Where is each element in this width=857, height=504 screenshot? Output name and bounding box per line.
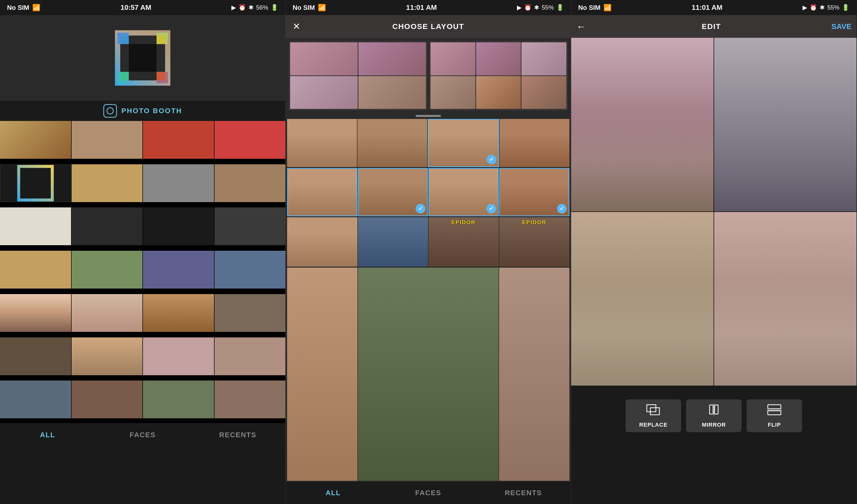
photo-cell[interactable]: [215, 294, 286, 332]
tab-bar-2: ALL FACES RECENTS: [286, 481, 571, 504]
photo-select-11[interactable]: [358, 268, 499, 481]
status-bar-2: No SIM 📶 11:01 AM ▶ ⏰ ✱ 55% 🔋: [286, 0, 571, 15]
check-badge-4: ✓: [557, 204, 567, 214]
battery-icon-2: 🔋: [556, 4, 564, 11]
replace-icon: [646, 404, 661, 419]
tools-row: REPLACE MIRROR: [626, 399, 802, 432]
photo-cell[interactable]: [143, 121, 214, 159]
photo-selection-area: ✓ ✓ ✓ ✓ EPIDOR EPIDOR: [286, 118, 571, 481]
check-badge-2: ✓: [416, 204, 425, 214]
layout-option-1[interactable]: [289, 41, 427, 111]
status-left-1: No SIM 📶: [7, 4, 40, 12]
photo-cell[interactable]: [215, 337, 286, 375]
logo-area: [0, 15, 285, 101]
time-2: 11:01 AM: [406, 3, 437, 12]
mirror-icon: [707, 404, 720, 419]
edit-photo-br[interactable]: [714, 212, 857, 386]
photo-select-epidor2[interactable]: EPIDOR: [499, 217, 570, 267]
photo-cell[interactable]: [0, 381, 71, 418]
bluetooth-icon-3: ✱: [820, 4, 825, 11]
svg-rect-11: [715, 405, 718, 414]
screen-1-photo-booth: No SIM 📶 10:57 AM ▶ ⏰ ✱ 56% 🔋: [0, 0, 286, 504]
photo-cell[interactable]: [0, 207, 71, 245]
clock-icon-1: ⏰: [238, 4, 246, 11]
check-badge-3: ✓: [486, 204, 496, 214]
photo-cell[interactable]: [215, 381, 286, 418]
photo-cell[interactable]: [143, 207, 214, 245]
choose-layout-navbar: ✕ CHOOSE LAYOUT: [286, 15, 571, 38]
status-left-2: No SIM 📶: [293, 4, 326, 12]
mirror-button[interactable]: MIRROR: [686, 399, 742, 432]
photo-cell[interactable]: [215, 251, 286, 288]
photo-cell[interactable]: [143, 251, 214, 288]
status-right-1: ▶ ⏰ ✱ 56% 🔋: [231, 4, 278, 11]
flip-icon: [767, 404, 782, 419]
photo-cell[interactable]: [71, 121, 143, 159]
tab-faces-2[interactable]: FACES: [381, 482, 476, 504]
no-sim-label-1: No SIM: [7, 4, 29, 12]
svg-rect-10: [709, 405, 713, 414]
clock-icon-3: ⏰: [810, 4, 817, 11]
tab-recents-2[interactable]: RECENTS: [476, 482, 571, 504]
close-button[interactable]: ✕: [293, 21, 300, 32]
flip-label: FLIP: [768, 422, 781, 428]
photo-booth-label-area: PHOTO BOOTH: [0, 101, 285, 121]
photo-select-10[interactable]: [287, 268, 357, 481]
photo-cell[interactable]: [143, 337, 214, 375]
photo-booth-icon: [103, 104, 117, 118]
svg-rect-8: [647, 405, 656, 412]
photo-select-3-selected[interactable]: ✓: [428, 119, 499, 167]
photo-cell[interactable]: [71, 251, 143, 288]
tab-faces-1[interactable]: FACES: [95, 424, 190, 446]
photo-select-9[interactable]: [287, 217, 357, 267]
layout-option-2[interactable]: [429, 41, 568, 111]
screen-2-choose-layout: No SIM 📶 11:01 AM ▶ ⏰ ✱ 55% 🔋 ✕ CHOOSE L…: [286, 0, 571, 504]
photo-cell-woman2[interactable]: [71, 294, 143, 332]
edit-photo-tr[interactable]: [714, 38, 857, 212]
photo-cell-logo[interactable]: [0, 164, 71, 202]
tab-all-2[interactable]: ALL: [286, 482, 381, 504]
battery-icon-3: 🔋: [842, 4, 850, 11]
location-icon-3: ▶: [803, 4, 807, 11]
replace-button[interactable]: REPLACE: [626, 399, 681, 432]
back-button[interactable]: ←: [576, 21, 586, 32]
tab-all-1[interactable]: ALL: [0, 424, 95, 446]
photo-select-1[interactable]: [287, 119, 357, 167]
photo-cell-dog[interactable]: [143, 294, 214, 332]
photo-cell[interactable]: [0, 337, 71, 375]
tab-recents-1[interactable]: RECENTS: [190, 424, 285, 446]
photo-cell[interactable]: [71, 337, 143, 375]
edit-tools-panel: REPLACE MIRROR: [571, 386, 857, 446]
photo-select-6-selected[interactable]: ✓: [358, 168, 428, 216]
photo-cell[interactable]: [71, 207, 143, 245]
photo-select-7-selected[interactable]: ✓: [428, 168, 499, 216]
photo-cell[interactable]: [71, 164, 143, 202]
edit-photo-bl[interactable]: [571, 212, 713, 386]
flip-button[interactable]: FLIP: [746, 399, 802, 432]
photo-select-2[interactable]: [357, 119, 427, 167]
save-button[interactable]: SAVE: [831, 22, 852, 31]
photo-cell[interactable]: [215, 164, 286, 202]
photo-cell[interactable]: [143, 164, 214, 202]
photo-cell[interactable]: [71, 381, 143, 418]
scroll-pill: [416, 115, 441, 117]
choose-layout-title: CHOOSE LAYOUT: [392, 22, 464, 31]
photo-select-5[interactable]: [287, 168, 357, 216]
edit-title: EDIT: [591, 22, 831, 31]
photo-cell-woman1[interactable]: [0, 294, 71, 332]
edit-photo-tl[interactable]: [571, 38, 713, 212]
photo-select-4[interactable]: [500, 119, 569, 167]
photo-cell[interactable]: [0, 251, 71, 288]
status-bar-3: No SIM 📶 11:01 AM ▶ ⏰ ✱ 55% 🔋: [571, 0, 857, 15]
photo-select-8-selected[interactable]: ✓: [499, 168, 570, 216]
photo-cell[interactable]: [215, 207, 286, 245]
photo-cell[interactable]: [143, 381, 214, 418]
photo-cell[interactable]: [0, 121, 71, 159]
photo-select-12[interactable]: [499, 268, 569, 481]
wifi-icon-1: 📶: [32, 4, 40, 12]
photo-cell[interactable]: [215, 121, 286, 159]
photo-select-epidor1[interactable]: EPIDOR: [428, 217, 499, 267]
edit-navbar: ← EDIT SAVE: [571, 15, 857, 38]
epidor-label-2: EPIDOR: [522, 219, 547, 226]
photo-select-plane[interactable]: [358, 217, 428, 267]
